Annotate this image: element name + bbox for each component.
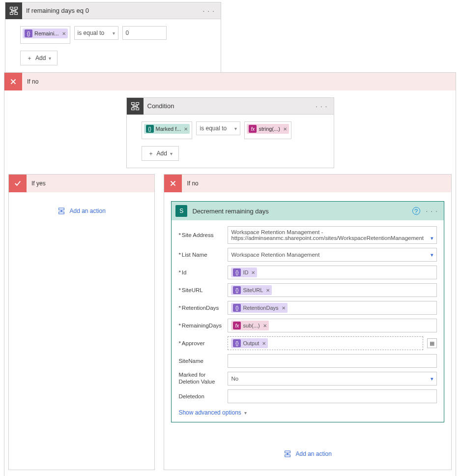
condition-left-operand[interactable]: {} Marked f... ✕ (142, 121, 193, 139)
dynamic-content-pill[interactable]: {}RetentionDays✕ (231, 303, 287, 313)
condition-header[interactable]: If remaining days eq 0 · · · (5, 2, 221, 19)
action-decrement-remaining-days: S Decrement remaining days ? · · · *Site… (171, 201, 444, 422)
deletedon-input[interactable] (228, 389, 437, 403)
dynamic-content-pill[interactable]: {}SiteURL✕ (231, 285, 272, 295)
action-header[interactable]: S Decrement remaining days ? · · · (172, 202, 444, 220)
operator-dropdown[interactable]: is equal to ▾ (196, 121, 240, 135)
remove-pill-icon[interactable]: ✕ (184, 126, 188, 132)
chevron-down-icon: ▾ (431, 252, 433, 258)
dynamic-icon: {} (146, 125, 154, 133)
dynamic-content-pill[interactable]: {}ID✕ (231, 268, 257, 277)
add-condition-button[interactable]: ＋ Add ▾ (20, 51, 58, 65)
people-picker-icon[interactable]: ▦ (427, 338, 437, 348)
action-title: Decrement remaining days (192, 208, 412, 215)
field-label: *RetentionDays (178, 305, 228, 311)
condition-right-operand[interactable]: 0 (122, 26, 167, 40)
dynamic-content-pill[interactable]: {} Remaini... ✕ (23, 29, 68, 38)
field-label: Marked for Deletion Value (178, 372, 228, 386)
field-label: *List Name (178, 252, 228, 258)
field-label: Deletedon (178, 393, 228, 399)
approver-input[interactable]: {}Output✕ (228, 336, 423, 350)
branch-label: If no (187, 180, 198, 187)
condition-right-operand[interactable]: fx string(...) ✕ (244, 121, 291, 139)
branch-if-yes: If yes Add an action (8, 174, 155, 470)
remove-pill-icon[interactable]: ✕ (283, 126, 287, 132)
chevron-down-icon: ▾ (49, 56, 51, 61)
chevron-down-icon: ▾ (431, 376, 433, 382)
branch-if-no-inner: If no S Decrement remaining days ? · · · (164, 174, 452, 470)
remove-pill-icon[interactable]: ✕ (262, 341, 266, 346)
site-address-input[interactable]: Workspace Retention Management - https:/… (228, 226, 437, 244)
remove-pill-icon[interactable]: ✕ (251, 270, 255, 275)
chevron-down-icon: ▾ (234, 126, 237, 131)
expression-pill[interactable]: fxsub(...)✕ (231, 321, 268, 330)
remove-pill-icon[interactable]: ✕ (263, 323, 267, 328)
field-label: *Site Address (178, 232, 228, 238)
chevron-down-icon: ▾ (170, 151, 173, 156)
plus-icon: ＋ (148, 149, 154, 158)
condition-title: If remaining days eq 0 (26, 7, 201, 14)
id-input[interactable]: {}ID✕ (228, 266, 437, 279)
list-name-input[interactable]: Workspace Retention Management▾ (228, 248, 437, 262)
condition-card-inner: Condition · · · {} Marked f... ✕ (126, 97, 334, 168)
field-label: SiteName (178, 358, 228, 364)
dynamic-icon: {} (25, 30, 32, 37)
expression-pill[interactable]: fx string(...) ✕ (247, 124, 289, 134)
branch-label: If yes (31, 180, 46, 187)
condition-title: Condition (147, 102, 314, 110)
remove-pill-icon[interactable]: ✕ (266, 288, 270, 293)
show-advanced-options-button[interactable]: Show advanced options ▾ (178, 409, 246, 416)
condition-left-operand[interactable]: {} Remaini... ✕ (20, 26, 70, 44)
remove-pill-icon[interactable]: ✕ (62, 31, 66, 36)
condition-icon (5, 2, 22, 19)
more-menu-button[interactable]: · · · (201, 7, 217, 15)
fx-icon: fx (249, 125, 257, 133)
chevron-down-icon: ▾ (113, 30, 115, 36)
field-label: *RemainingDays (178, 323, 228, 328)
add-condition-button[interactable]: ＋ Add ▾ (142, 146, 179, 161)
x-icon (4, 73, 22, 90)
check-icon (9, 175, 27, 192)
branch-label: If no (27, 78, 38, 85)
add-action-button[interactable]: Add an action (13, 199, 150, 223)
sitename-input[interactable] (228, 354, 437, 368)
remainingdays-input[interactable]: fxsub(...)✕ (228, 319, 437, 332)
x-icon (164, 175, 182, 192)
branch-if-no-outer: If no Condition · · · {} Marked f... (4, 72, 456, 476)
marked-for-deletion-input[interactable]: No▾ (228, 372, 437, 386)
dynamic-content-pill[interactable]: {} Marked f... ✕ (144, 124, 190, 134)
retentiondays-input[interactable]: {}RetentionDays✕ (228, 301, 437, 315)
dynamic-content-pill[interactable]: {}Output✕ (231, 338, 268, 348)
chevron-down-icon: ▾ (431, 235, 433, 241)
condition-header[interactable]: Condition · · · (127, 98, 334, 115)
operator-dropdown[interactable]: is equal to ▾ (74, 26, 118, 40)
add-action-button[interactable]: Add an action (168, 442, 447, 466)
siteurl-input[interactable]: {}SiteURL✕ (228, 283, 437, 297)
remove-pill-icon[interactable]: ✕ (282, 305, 286, 311)
field-label: *Approver (178, 340, 228, 346)
chevron-down-icon: ▾ (244, 410, 247, 416)
condition-icon (127, 98, 144, 115)
more-menu-button[interactable]: · · · (424, 207, 440, 215)
sharepoint-icon: S (175, 205, 187, 217)
field-label: *SiteURL (178, 287, 228, 293)
help-icon[interactable]: ? (412, 207, 420, 215)
more-menu-button[interactable]: · · · (314, 102, 329, 110)
condition-card-top: If remaining days eq 0 · · · {} Remaini.… (5, 2, 221, 73)
plus-icon: ＋ (27, 54, 32, 62)
field-label: *Id (178, 269, 228, 275)
